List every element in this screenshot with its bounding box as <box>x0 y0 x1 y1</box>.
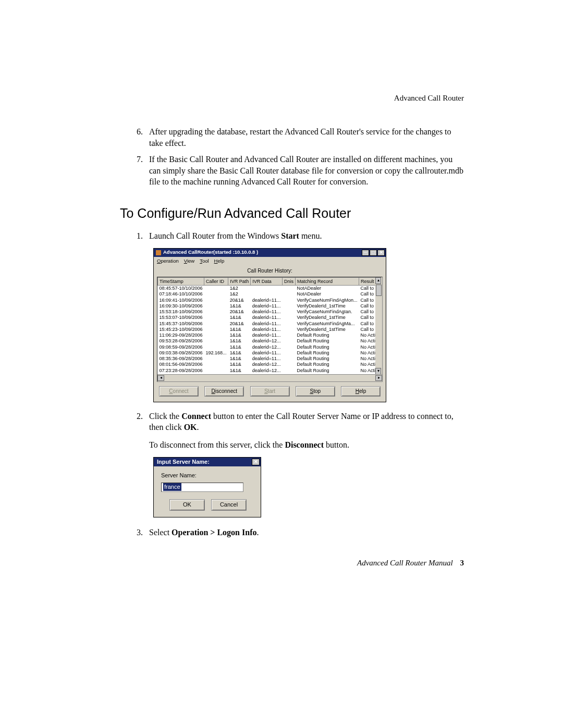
table-cell <box>282 291 295 297</box>
table-cell: dealerid=11... <box>251 350 283 356</box>
column-header[interactable]: Caller ID <box>204 277 228 285</box>
table-row[interactable]: 09:53:28-09/28/20061&1&dealerid=12...Def… <box>158 338 383 344</box>
stop-button[interactable]: Stop <box>296 386 335 397</box>
table-row[interactable]: 07:23:28-09/28/20061&1&dealerid=12...Def… <box>158 368 383 374</box>
table-cell: 1&1& <box>228 327 251 332</box>
minimize-button[interactable]: ─ <box>362 250 369 256</box>
table-row[interactable]: 16:09:41-10/09/200620&1&dealerid=11...Ve… <box>158 298 383 303</box>
menu-operation[interactable]: Operation <box>157 258 179 265</box>
disconnect-button[interactable]: Disconnect <box>204 386 244 397</box>
connect-button[interactable]: Connect <box>159 386 199 397</box>
horizontal-scrollbar[interactable]: ◂ ▸ <box>157 374 382 381</box>
close-button[interactable]: ✕ <box>377 250 385 256</box>
cancel-button[interactable]: Cancel <box>211 499 247 511</box>
table-cell: 16:09:41-10/09/2006 <box>158 298 204 303</box>
column-header[interactable]: IVR Path <box>228 277 251 285</box>
table-cell <box>282 350 295 356</box>
scroll-up-icon[interactable]: ▴ <box>375 277 381 284</box>
table-cell: 08:45:57-10/10/2006 <box>158 286 204 292</box>
table-row[interactable]: 15:53:18-10/09/200620&1&dealerid=11...Ve… <box>158 309 383 315</box>
table-cell <box>204 332 228 338</box>
table-cell <box>282 321 295 327</box>
list-item: After upgrading the database, restart th… <box>145 126 464 149</box>
table-row[interactable]: 16:09:30-10/09/20061&1&dealerid=11...Ver… <box>158 303 383 309</box>
menubar: Operation View Tool Help <box>154 257 386 266</box>
upgrade-list: After upgrading the database, restart th… <box>120 126 464 188</box>
help-button[interactable]: Help <box>341 386 381 397</box>
table-cell <box>204 344 228 350</box>
table-row[interactable]: 09:08:59-09/28/20061&1&dealerid=12...Def… <box>158 344 383 350</box>
table-row[interactable]: 15:45:37-10/09/200620&1&dealerid=11...Ve… <box>158 321 383 327</box>
table-cell <box>204 303 228 309</box>
menu-view[interactable]: View <box>184 258 194 265</box>
text: Select <box>149 528 172 537</box>
table-row[interactable]: 11:06:29-09/28/20061&1&dealerid=11...Def… <box>158 332 383 338</box>
table-cell <box>282 338 295 344</box>
history-grid[interactable]: TimeStampCaller IDIVR PathIVR DataDnisMa… <box>157 277 383 382</box>
table-row[interactable]: 07:18:46-10/10/20061&2NotADealerCall to … <box>158 291 383 297</box>
table-cell <box>282 303 295 309</box>
table-cell: VerifyDealerId_1stTime <box>295 315 359 320</box>
column-header[interactable]: TimeStamp <box>158 277 204 285</box>
table-cell <box>282 327 295 332</box>
column-header[interactable]: Dnis <box>282 277 295 285</box>
text: Launch Call Router from the Windows <box>149 231 281 240</box>
text: menu. <box>299 231 322 240</box>
table-cell <box>282 332 295 338</box>
list-item: Select Operation > Logon Info. <box>145 527 464 538</box>
scroll-thumb[interactable] <box>376 285 382 296</box>
table-cell: dealerid=11... <box>251 315 283 320</box>
table-row[interactable]: 15:53:07-10/09/20061&1&dealerid=11...Ver… <box>158 315 383 320</box>
text-bold: OK <box>184 423 197 431</box>
start-button[interactable]: Start <box>250 386 290 397</box>
table-cell: dealerid=11... <box>251 309 283 315</box>
server-name-input[interactable]: france <box>161 483 243 492</box>
text: . <box>256 528 259 537</box>
maximize-button[interactable]: □ <box>370 250 377 256</box>
menu-tool[interactable]: Tool <box>200 258 209 265</box>
table-cell <box>204 315 228 320</box>
text: button. <box>324 440 349 449</box>
column-header[interactable]: Matching Record <box>295 277 359 285</box>
table-cell <box>282 362 295 367</box>
ok-button[interactable]: OK <box>169 499 205 511</box>
dialog-title: Input Server Name: <box>157 458 252 466</box>
table-cell <box>282 286 295 292</box>
text: . <box>197 423 199 431</box>
table-cell: Default Routing <box>295 368 359 374</box>
vertical-scrollbar[interactable]: ▴ ▾ <box>375 277 382 375</box>
titlebar[interactable]: Input Server Name: ✕ <box>154 458 261 466</box>
scroll-left-icon[interactable]: ◂ <box>157 375 164 381</box>
table-cell: NotADealer <box>295 286 359 292</box>
table-cell: 09:53:28-09/28/2006 <box>158 338 204 344</box>
table-row[interactable]: 09:03:38-09/28/2006192.168...1&1&dealeri… <box>158 350 383 356</box>
table-cell <box>282 309 295 315</box>
table-cell: Default Routing <box>295 350 359 356</box>
table-cell: dealerid=12... <box>251 368 283 374</box>
table-cell: VerifyDealerId_1stTime <box>295 303 359 309</box>
table-cell: 1&1& <box>228 332 251 338</box>
table-cell: 09:08:59-09/28/2006 <box>158 344 204 350</box>
table-row[interactable]: 15:45:23-10/09/20061&1&dealerid=11...Ver… <box>158 327 383 332</box>
table-cell: 15:45:23-10/09/2006 <box>158 327 204 332</box>
table-cell: 11:06:29-09/28/2006 <box>158 332 204 338</box>
titlebar[interactable]: Advanced CallRouter(started :10.10.0.8 )… <box>154 249 386 257</box>
table-cell <box>204 309 228 315</box>
close-button[interactable]: ✕ <box>252 459 260 465</box>
scroll-right-icon[interactable]: ▸ <box>375 375 382 381</box>
table-row[interactable]: 08:01:56-09/28/20061&1&dealerid=12...Def… <box>158 362 383 367</box>
table-cell: dealerid=11... <box>251 303 283 309</box>
table-cell: dealerid=12... <box>251 362 283 367</box>
table-row[interactable]: 08:45:57-10/10/20061&2NotADealerCall to … <box>158 286 383 292</box>
column-header[interactable]: IVR Data <box>251 277 283 285</box>
menu-help[interactable]: Help <box>214 258 225 265</box>
table-cell: VerifyCaseNumFindAgMa... <box>295 321 359 327</box>
table-cell <box>204 368 228 374</box>
table-row[interactable]: 08:35:36-09/28/20061&1&dealerid=11...Def… <box>158 356 383 362</box>
steps-list: Launch Call Router from the Windows Star… <box>120 230 464 538</box>
table-cell <box>282 344 295 350</box>
input-server-name-dialog: Input Server Name: ✕ Server Name: france… <box>153 457 261 517</box>
text-bold: Disconnect <box>285 440 324 449</box>
table-cell <box>282 315 295 320</box>
table-cell <box>204 286 228 292</box>
